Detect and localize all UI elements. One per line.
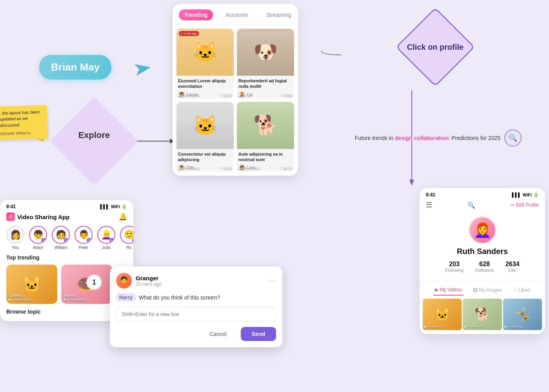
story-william[interactable]: 🧑8 William [52,226,70,250]
sticky-note: , the layout has been updated as we disc… [0,105,47,140]
profile-tabs: ▶ My Videos 🖼 My Images ♡ Liked [420,281,545,296]
story-avatar-william: 🧑8 [52,226,70,244]
search-user-icon[interactable]: 🔍 [467,201,475,209]
video-stats-1: ▶ 1.5M views♡ 12.5K [178,93,232,97]
video-card-4[interactable]: 🐕 ▶ 1.5M views♡ 29.7K Aute adipisicing e… [237,102,294,172]
app-title: Video Sharing App [17,214,69,220]
trending-content: 🐱 1 min ago ▶ 1.5M views♡ 12.5K Eiusmod … [173,25,298,176]
edit-profile-button[interactable]: ✏ Edit Profile [511,202,539,208]
app-logo: // Video Sharing App [6,212,69,221]
cancel-button[interactable]: Cancel [200,327,236,341]
commenter-details: Granger 20 mins ago [136,275,161,287]
status-bar: 9:41 ▌▌▌WiFi🔋 [0,200,133,211]
commenter-name: Granger [136,275,161,281]
tab-trending[interactable]: Trending [179,9,213,20]
video-stats-4: ▶ 1.5M views♡ 29.7K [238,166,293,170]
search-button[interactable]: 🔍 [504,129,522,147]
profile-status-bar: 9:41 ▌▌▌WiFi🔋 [420,188,545,199]
svg-marker-4 [135,62,152,76]
story-avatar-peter: 👨4 [75,226,93,244]
story-adam[interactable]: 👦5 Adam [29,226,47,250]
story-julia[interactable]: 👱‍♀️6 Julia [97,226,115,250]
video-stats-3: ▶ 1.5M views♡ 24.5K [178,166,232,170]
tab-streaming[interactable]: Streaming [261,9,297,20]
notification-bell[interactable]: 🔔 [118,212,127,221]
tab-liked[interactable]: ♡ Liked [511,285,531,296]
tab-accounts[interactable]: Accounts [220,9,254,20]
story-ro[interactable]: 🙂2 Ro [120,226,133,250]
video-card-2[interactable]: 🐶 ▶ 12.4K♡ 19.6K Reprehenderit ad fugiat… [237,29,294,99]
comment-header: 🧑‍🦱 Granger 20 mins ago ··· [116,273,276,289]
tv-label-1: Lovely ▶ 1.5M views [9,293,31,301]
video-stats-2: ▶ 12.4K♡ 19.6K [238,93,293,97]
status-time: 9:41 [6,204,16,209]
commenter-info: 🧑‍🦱 Granger 20 mins ago [116,273,161,289]
send-button[interactable]: Send [241,327,276,341]
comment-popup: 🧑‍🦱 Granger 20 mins ago ··· Harry What d… [110,267,282,347]
comment-options[interactable]: ··· [268,277,276,285]
comment-time: 20 mins ago [136,281,161,287]
mobile-header: // Video Sharing App 🔔 [0,211,133,224]
svg-rect-5 [396,8,474,86]
profile-center: 👩‍🦰 Ruth Sanders 203 Following 628 Follo… [420,212,545,281]
tab-my-videos[interactable]: ▶ My Videos [433,285,463,296]
hamburger-menu-icon[interactable]: ☰ [426,201,432,209]
profile-video-2[interactable]: 🐕▶ 3.5M views [463,299,502,330]
video-card-3[interactable]: 🐱 ▶ 1.5M views♡ 24.5K Consectetur est al… [176,102,234,172]
tab-my-images[interactable]: 🖼 My Images [471,285,504,296]
future-trends-text: Future trends in design collaboration: P… [355,135,500,141]
video-badge-1: 1 min ago [179,31,199,36]
number-badge: 1 [86,274,102,290]
trending-panel: Trending Accounts Streaming Audio 🐱 1 mi… [173,4,298,176]
story-you[interactable]: 👩 You [6,226,24,250]
profile-stats: 203 Following 628 Followers 2634 Like [445,256,519,277]
sticky-note-text: , the layout has been updated as we disc… [0,109,43,129]
profile-video-1[interactable]: 🐱▶ 1.5M views [423,299,462,330]
video-card-1[interactable]: 🐱 1 min ago ▶ 1.5M views♡ 12.5K Eiusmod … [176,29,234,99]
story-peter[interactable]: 👨4 Peter [75,226,93,250]
profile-videos-grid: 🐱▶ 1.5M views 🐕▶ 3.5M views 🤸▶ 1.5M view… [420,296,545,330]
profile-video-3[interactable]: 🤸▶ 1.5M views [503,299,542,330]
comment-actions: Cancel Send [116,327,276,341]
harry-tag: Harry [116,293,136,301]
trending-vid-1[interactable]: 🐱 Lovely ▶ 1.5M views [6,265,57,304]
story-avatar-ro: 🙂2 [120,226,133,244]
tv-label-2: Sweet ▶ 1.2M views [64,293,86,301]
profile-avatar: 👩‍🦰 [469,216,496,244]
stat-followers: 628 Followers [475,261,494,272]
profile-name: Ruth Sanders [457,247,508,256]
brian-may-badge: Brian May [39,55,111,80]
logo-icon: // [6,212,15,221]
commenter-avatar: 🧑‍🦱 [116,273,132,289]
profile-status-icons: ▌▌▌WiFi🔋 [512,192,539,198]
explore-label: Explore [65,130,124,140]
profile-diamond-shape: Click on profile [396,8,474,86]
profile-status-time: 9:41 [426,192,435,198]
comment-body: Harry What do you think of this screen? [116,293,276,301]
profile-panel: 9:41 ▌▌▌WiFi🔋 ☰ 🔍 ✏ Edit Profile 👩‍🦰 Rut… [420,188,545,334]
story-avatar-julia: 👱‍♀️6 [97,226,115,244]
brian-may-arrow [133,59,153,78]
top-trending-title: Top trending [0,253,133,262]
trending-tabs: Trending Accounts Streaming Audio [173,4,298,25]
click-on-profile-container: Click on profile [396,8,474,86]
story-avatar-adam: 👦5 [29,226,47,244]
sticky-note-author: Michelle Williams [0,130,44,136]
comment-text: What do you think of this screen? [139,294,220,301]
status-icons: ▌▌▌WiFi🔋 [100,204,127,209]
story-avatar-you: 👩 [6,226,24,244]
comment-input[interactable] [116,307,276,321]
profile-header-bar: ☰ 🔍 ✏ Edit Profile [420,199,545,212]
stories-row: 👩 You 👦5 Adam 🧑8 William 👨4 Peter 👱‍♀️6 … [0,224,133,253]
future-trends-area: Future trends in design collaboration: P… [355,129,522,147]
explore-diamond [50,97,138,185]
stat-likes: 2634 Like [505,261,520,272]
stat-following: 203 Following [445,261,463,272]
